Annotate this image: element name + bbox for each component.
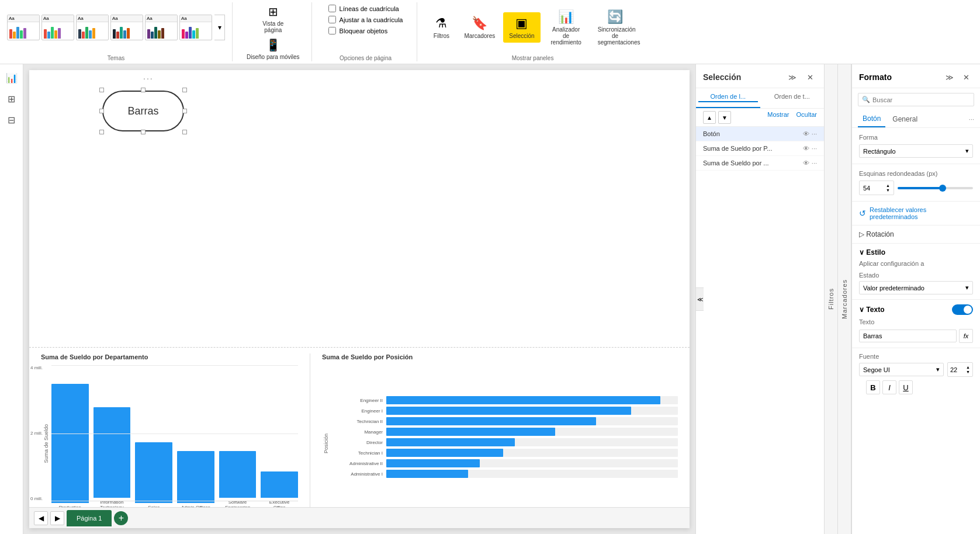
- fuente-size-increment[interactable]: ▲: [966, 365, 970, 369]
- format-expand-btn[interactable]: ≫: [943, 70, 957, 84]
- three-dots-menu[interactable]: ···: [143, 74, 154, 83]
- chart2-bar-fill[interactable]: [386, 396, 660, 404]
- theme-item-4[interactable]: Aa: [145, 15, 178, 40]
- bloquear-checkbox[interactable]: [328, 27, 336, 34]
- filtros-icon: ⚗: [435, 16, 447, 31]
- restore-btn[interactable]: ↺ Restablecer valores predeterminados: [852, 202, 980, 226]
- chart2-bar-row: Engineer II: [330, 396, 678, 404]
- marcadores-vertical-tab[interactable]: Marcadores: [838, 64, 851, 534]
- ajustar-checkbox[interactable]: [328, 16, 336, 23]
- selection-item-more-btn[interactable]: ···: [812, 159, 817, 167]
- chart1-bar[interactable]: [261, 471, 298, 498]
- diseno-moviles-btn[interactable]: 📱 Diseño para móviles: [242, 36, 304, 63]
- chart1-bar[interactable]: [51, 384, 89, 503]
- selection-close-btn[interactable]: ✕: [803, 70, 817, 84]
- fuente-size-decrement[interactable]: ▼: [966, 370, 970, 374]
- marcadores-btn[interactable]: 🔖 Marcadores: [458, 12, 501, 43]
- right-panels: ≪ Selección ≫ ✕ Orden de l... Orden de t…: [695, 64, 980, 534]
- chart2-bar-fill[interactable]: [386, 407, 631, 415]
- sidebar-icon-pages[interactable]: ⊟: [3, 111, 20, 129]
- sidebar-icon-bar-chart[interactable]: 📊: [3, 69, 20, 86]
- theme-item-2[interactable]: Aa: [76, 15, 109, 40]
- theme-item-3[interactable]: Aa: [110, 15, 143, 40]
- selection-item-more-btn[interactable]: ···: [812, 130, 817, 137]
- texto-toggle[interactable]: [952, 304, 973, 315]
- esquinas-number-box[interactable]: 54 ▲ ▼: [859, 181, 894, 195]
- selection-list-item[interactable]: Botón👁···: [696, 127, 824, 141]
- texto-input[interactable]: [859, 330, 957, 342]
- page-prev-btn[interactable]: ◀: [34, 511, 48, 525]
- selection-item-eye-btn[interactable]: 👁: [803, 159, 809, 167]
- fuente-dropdown[interactable]: Segoe UI ▾: [859, 363, 944, 376]
- selection-list-item[interactable]: Suma de Sueldo por P...👁···: [696, 141, 824, 156]
- rotacion-section[interactable]: ▷ Rotación: [852, 226, 980, 244]
- chart2-bar-fill[interactable]: [386, 449, 503, 457]
- format-tab-general[interactable]: General: [888, 112, 922, 127]
- fuente-size[interactable]: 22 ▲ ▼: [947, 362, 973, 377]
- theme-item-5[interactable]: Aa: [179, 15, 212, 40]
- handle-tl[interactable]: [99, 88, 104, 92]
- vista-pagina-btn[interactable]: ⊞ Vista de página: [258, 2, 288, 36]
- handle-bl[interactable]: [99, 130, 104, 134]
- handle-tm[interactable]: [141, 88, 146, 92]
- esquinas-slider-thumb[interactable]: [939, 185, 946, 192]
- bold-btn[interactable]: B: [866, 380, 880, 394]
- fx-btn[interactable]: fx: [959, 329, 973, 343]
- handle-tr[interactable]: [182, 88, 187, 92]
- sincronizacion-icon: 🔄: [607, 9, 623, 25]
- chart1-bar[interactable]: [135, 442, 172, 504]
- chart2-bar-fill[interactable]: [386, 417, 596, 425]
- italic-btn[interactable]: I: [882, 380, 896, 394]
- sort-down-btn[interactable]: ▼: [718, 111, 731, 124]
- mostrar-section: ⚗ Filtros 🔖 Marcadores ▣ Selección 📊 Ana…: [424, 2, 645, 61]
- filtros-btn[interactable]: ⚗ Filtros: [427, 12, 456, 43]
- handle-mr[interactable]: [182, 109, 187, 113]
- esquinas-slider[interactable]: [898, 187, 973, 189]
- chart2-bar-fill[interactable]: [386, 428, 555, 436]
- format-tab-more-btn[interactable]: ···: [969, 116, 974, 123]
- canvas-button-shape[interactable]: Barras: [99, 88, 187, 134]
- analizador-btn[interactable]: 📊 Analizador de rendimiento: [543, 6, 590, 49]
- esquinas-increment-btn[interactable]: ▲: [886, 183, 890, 188]
- handle-bm[interactable]: [141, 130, 146, 134]
- estado-dropdown[interactable]: Valor predeterminado ▾: [859, 281, 973, 294]
- seleccion-btn[interactable]: ▣ Selección: [503, 12, 540, 43]
- format-search-input[interactable]: [872, 96, 970, 103]
- themes-dropdown-btn[interactable]: ▾: [214, 15, 225, 40]
- chart1-bar[interactable]: [219, 451, 257, 498]
- chart2-bar-fill[interactable]: [386, 459, 480, 467]
- chart2-bar-fill[interactable]: [386, 438, 515, 446]
- format-tab-boton[interactable]: Botón: [858, 111, 885, 127]
- selection-item-eye-btn[interactable]: 👁: [803, 145, 809, 152]
- hide-all-btn[interactable]: Ocultar: [797, 111, 817, 124]
- selection-item-eye-btn[interactable]: 👁: [803, 130, 809, 137]
- filtros-vertical-tab[interactable]: Filtros: [824, 64, 838, 534]
- show-all-btn[interactable]: Mostrar: [767, 111, 789, 124]
- sincronizacion-btn[interactable]: 🔄 Sincronización de segmentaciones: [592, 6, 639, 49]
- selection-list-item[interactable]: Suma de Sueldo por ...👁···: [696, 156, 824, 171]
- selection-tab-order-tab[interactable]: Orden de t...: [760, 88, 825, 108]
- themes-label: Temas: [108, 53, 124, 61]
- theme-item-1[interactable]: Aa: [41, 15, 74, 40]
- handle-ml[interactable]: [99, 109, 104, 113]
- handle-br[interactable]: [182, 130, 187, 134]
- themes-section: AaAaAaAaAaAa ▾ Temas: [5, 2, 233, 61]
- selection-tab-order-layer[interactable]: Orden de l...: [696, 88, 760, 108]
- forma-dropdown[interactable]: Rectángulo ▾: [859, 144, 973, 158]
- chart1-bar[interactable]: [94, 407, 131, 497]
- sidebar-icon-table[interactable]: ⊞: [3, 90, 20, 108]
- selection-collapse-btn[interactable]: ≪: [695, 287, 704, 311]
- underline-btn[interactable]: U: [899, 380, 913, 394]
- chart2-bar-fill[interactable]: [386, 470, 468, 478]
- format-close-btn[interactable]: ✕: [959, 70, 973, 84]
- chart1-bar[interactable]: [177, 451, 214, 504]
- page-tab-1[interactable]: Página 1: [67, 510, 112, 526]
- sort-up-btn[interactable]: ▲: [703, 111, 716, 124]
- selection-item-more-btn[interactable]: ···: [812, 145, 817, 152]
- page-next-btn[interactable]: ▶: [50, 511, 64, 525]
- theme-item-0[interactable]: Aa: [7, 15, 40, 40]
- selection-expand-btn[interactable]: ≫: [785, 70, 799, 84]
- esquinas-decrement-btn[interactable]: ▼: [886, 188, 890, 192]
- add-page-btn[interactable]: +: [114, 511, 128, 525]
- lineas-checkbox[interactable]: [328, 5, 336, 12]
